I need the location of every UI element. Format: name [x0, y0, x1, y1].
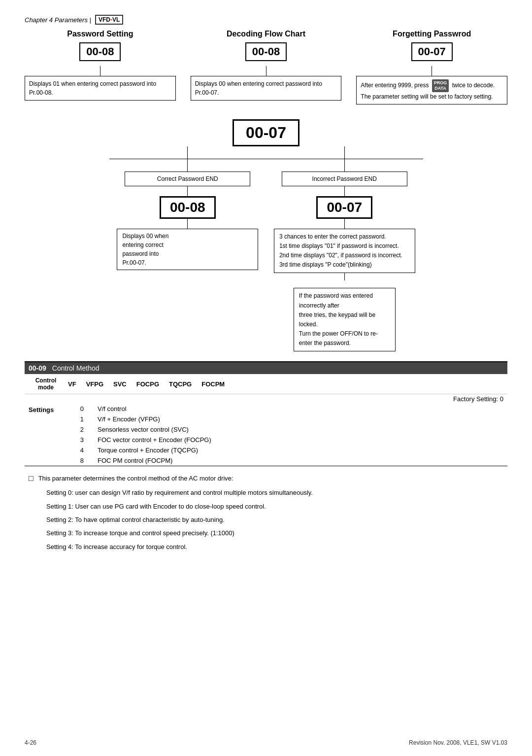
note-main-text: This parameter determines the control me… — [38, 474, 233, 484]
param-header-row: 00-09 Control Method — [25, 362, 507, 374]
mode-focpm: FOCPM — [201, 380, 225, 388]
ctrl-modes: VF VFPG SVC FOCPG TQCPG FOCPM — [68, 380, 225, 388]
setting-num: 1 — [64, 414, 94, 424]
brand-text: VFD — [99, 16, 110, 23]
correct-desc-box: Displays 00 whenentering correctpassword… — [117, 229, 258, 270]
revision-info: Revision Nov. 2008, VLE1, SW V1.03 — [409, 739, 507, 746]
factory-setting: Factory Setting: 0 — [25, 394, 507, 404]
chances-box: 3 chances to enter the correct password.… — [274, 229, 415, 274]
setting-num: 3 — [64, 435, 94, 445]
decoding-title: Decoding Flow Chart — [191, 30, 342, 38]
setting-row: 4Torque control + Encoder (TQCPG) — [25, 445, 507, 455]
mode-vfpg: VFPG — [86, 380, 103, 388]
setting-row: 3FOC vector control + Encoder (FOCPG) — [25, 435, 507, 445]
page-footer: 4-26 Revision Nov. 2008, VLE1, SW V1.03 — [25, 739, 507, 746]
forgetting-description: After entering 9999, press PROG DATA twi… — [356, 76, 507, 104]
setting-row: 1V/f + Encoder (VFPG) — [25, 414, 507, 424]
note-setting-item: Setting 0: user can design V/f ratio by … — [46, 487, 503, 498]
setting-num: 2 — [64, 424, 94, 435]
incorrect-password-box: Incorrect Password END — [282, 172, 407, 186]
note-sub-settings: Setting 0: user can design V/f ratio by … — [46, 487, 503, 552]
brand-logo: VFD-VL — [95, 15, 123, 25]
mode-vf: VF — [68, 380, 76, 388]
decoding-col: Decoding Flow Chart 00-08 Displays 00 wh… — [191, 30, 342, 104]
prog-data-button: PROG DATA — [432, 79, 449, 92]
note-setting-item: Setting 4: To increase accuracy for torq… — [46, 541, 503, 552]
password-col: Password Setting 00-08 Displays 01 when … — [25, 30, 176, 104]
flowchart-section: 00-07 Correct Password END 00-08 Display… — [25, 119, 507, 352]
note-setting-item: Setting 1: User can use PG card with Enc… — [46, 501, 503, 512]
note-setting-item: Setting 2: To have optimal control chara… — [46, 514, 503, 525]
setting-row: 2Sensorless vector control (SVC) — [25, 424, 507, 435]
settings-label: Settings — [25, 404, 64, 466]
setting-num: 4 — [64, 445, 94, 455]
control-mode-row: Controlmode VF VFPG SVC FOCPG TQCPG FOCP… — [25, 374, 507, 394]
incorrect-param-box: 00-07 — [316, 196, 372, 219]
correct-password-box: Correct Password END — [125, 172, 250, 186]
decoding-description: Displays 00 when entering correct passwo… — [191, 76, 342, 101]
setting-desc: V/f control — [94, 404, 507, 414]
password-param: 00-08 — [79, 42, 121, 61]
note-icon: □ — [29, 474, 33, 483]
setting-row: Settings0V/f control — [25, 404, 507, 414]
forgetting-col: Forgetting Passwrod 00-07 After entering… — [356, 30, 507, 104]
notes-section: □ This parameter determines the control … — [25, 474, 507, 552]
correct-param-box: 00-08 — [160, 196, 216, 219]
settings-table: Settings0V/f control1V/f + Encoder (VFPG… — [25, 404, 507, 466]
setting-row: 8FOC PM control (FOCPM) — [25, 455, 507, 466]
mode-tqcpg: TQCPG — [169, 380, 192, 388]
note-setting-item: Setting 3: To increase torque and contro… — [46, 527, 503, 539]
mode-svc: SVC — [113, 380, 127, 388]
chapter-title: Chapter 4 Parameters | — [25, 16, 91, 24]
control-method-section: 00-09 Control Method Controlmode VF VFPG… — [25, 361, 507, 466]
param-name: Control Method — [52, 364, 100, 372]
flowchart-main-param: 00-07 — [233, 119, 299, 146]
setting-desc: V/f + Encoder (VFPG) — [94, 414, 507, 424]
password-title: Password Setting — [25, 30, 176, 38]
decoding-param: 00-08 — [245, 42, 287, 61]
setting-num: 8 — [64, 455, 94, 466]
setting-desc: FOC vector control + Encoder (FOCPG) — [94, 435, 507, 445]
forgetting-param: 00-07 — [411, 42, 453, 61]
forgetting-title: Forgetting Passwrod — [356, 30, 507, 38]
ctrl-label: Controlmode — [29, 377, 63, 391]
note-row-main: □ This parameter determines the control … — [29, 474, 503, 484]
setting-desc: Sensorless vector control (SVC) — [94, 424, 507, 435]
top-section: Password Setting 00-08 Displays 01 when … — [25, 30, 507, 104]
chapter-header: Chapter 4 Parameters | VFD-VL — [25, 15, 507, 25]
password-description: Displays 01 when entering correct passwo… — [25, 76, 176, 101]
setting-desc: FOC PM control (FOCPM) — [94, 455, 507, 466]
locked-box: If the password was entered incorrectly … — [294, 288, 396, 351]
mode-focpg: FOCPG — [136, 380, 159, 388]
param-number: 00-09 — [29, 364, 46, 372]
setting-num: 0 — [64, 404, 94, 414]
setting-desc: Torque control + Encoder (TQCPG) — [94, 445, 507, 455]
page-number: 4-26 — [25, 739, 36, 746]
